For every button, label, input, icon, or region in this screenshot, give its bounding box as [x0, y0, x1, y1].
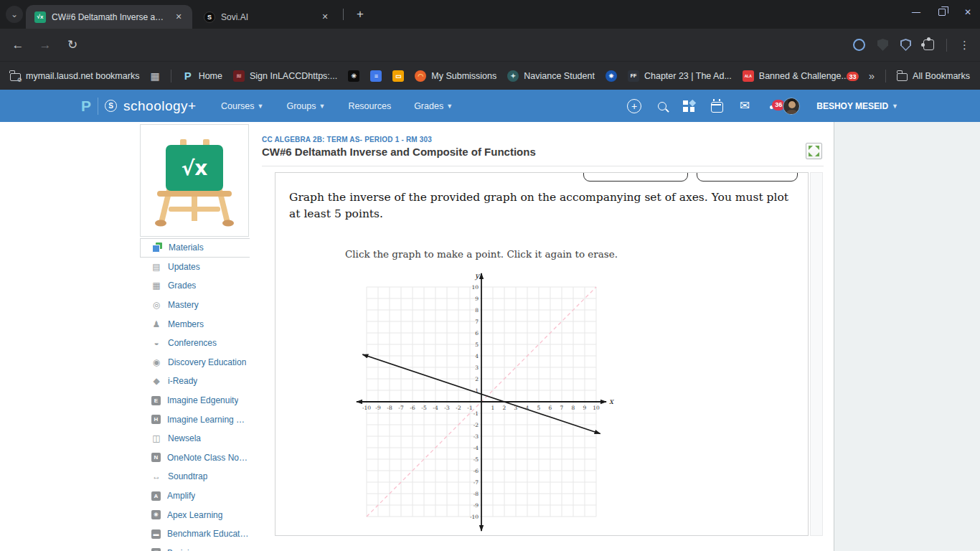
svg-text:-10: -10: [470, 514, 479, 520]
conferences-icon: ◒: [151, 338, 161, 348]
bookmark-item[interactable]: ≋Sign InLACCDhttps:...: [233, 70, 337, 82]
navbar-links: Courses▼ Groups▼ Resources Grades▼: [221, 90, 453, 122]
search-icon[interactable]: [658, 102, 666, 110]
sidebar-item-label: Amplify: [167, 491, 195, 501]
extension-circle-icon[interactable]: [853, 39, 865, 51]
bookmark-label: Banned & Challenge...: [759, 71, 849, 81]
add-icon[interactable]: +: [627, 99, 641, 113]
sidebar-item-label: Updates: [168, 262, 200, 272]
bookmark-item[interactable]: ▭: [392, 70, 404, 82]
deltamath-frame: Graph the inverse of the provided graph …: [275, 172, 809, 536]
answer-button-partial[interactable]: [583, 172, 688, 182]
sidebar-item-discovery-education[interactable]: ◉Discovery Education: [140, 353, 250, 372]
bookmark-item[interactable]: ✳: [348, 70, 359, 82]
tab-search-icon[interactable]: ⌄: [6, 6, 23, 23]
browser-toolbar: ← → ↻ lms.lausd.net/external_tool/338833…: [0, 29, 980, 61]
user-avatar[interactable]: [783, 98, 800, 115]
schoology-brand[interactable]: P S schoology+: [81, 90, 197, 122]
sidebar-item-brainingcamp[interactable]: ⊞Brainingcamp: [140, 544, 250, 551]
updates-icon: ▤: [151, 262, 161, 272]
fullscreen-button[interactable]: [806, 143, 822, 159]
sidebar-item-label: Benchmark Education C...: [167, 529, 250, 539]
bookmarks-separator: [171, 70, 171, 83]
breadcrumb[interactable]: CC ALGEBRA 2B: TERM AS- PERIOD 1 - RM 30…: [262, 136, 432, 143]
sidebar-item-mastery[interactable]: ◎Mastery: [140, 296, 250, 315]
sidebar-item-amplify[interactable]: AAmplify: [140, 486, 250, 506]
powerschool-logo-icon[interactable]: P: [81, 98, 91, 115]
bookmark-item[interactable]: ✦Naviance Student: [507, 70, 595, 82]
close-tab-icon[interactable]: ✕: [172, 11, 185, 24]
graph-canvas[interactable]: -10-10-9-9-8-8-7-7-6-6-5-5-4-4-3-3-2-2-1…: [349, 268, 619, 536]
bookmark-item[interactable]: ALABanned & Challenge...: [743, 70, 849, 82]
browser-menu-icon[interactable]: ⋮: [959, 39, 970, 52]
svg-text:8: 8: [475, 307, 479, 314]
sidebar-item-grades[interactable]: ▦Grades: [140, 276, 250, 296]
calendar-icon[interactable]: [711, 102, 723, 113]
apps-grid-icon[interactable]: [683, 100, 694, 112]
forward-button[interactable]: →: [34, 29, 56, 61]
nav-courses[interactable]: Courses▼: [221, 101, 263, 111]
user-menu[interactable]: BESHOY MESEID▼: [816, 101, 898, 111]
frame-scrollbar[interactable]: [810, 172, 823, 536]
mastery-icon: ◎: [151, 300, 161, 310]
bookmark-item[interactable]: FFChapter 23 | The Ad...: [628, 70, 732, 82]
bookmark-item[interactable]: ◠My Submissions: [415, 70, 496, 82]
tab-deltamath[interactable]: √x CW#6 Deltamath Inverse and C ✕: [26, 5, 192, 29]
svg-text:-2: -2: [473, 422, 479, 428]
sidebar-item-updates[interactable]: ▤Updates: [140, 258, 250, 277]
sidebar-item-apex-learning[interactable]: ✳Apex Learning: [140, 505, 250, 524]
svg-text:-3: -3: [473, 433, 479, 440]
svg-text:-1: -1: [473, 410, 479, 417]
bookmarks-overflow-icon[interactable]: »: [869, 70, 875, 82]
tab-sovi[interactable]: S Sovi.AI ✕: [195, 5, 339, 29]
sidebar-item-label: Imagine Learning Virtual...: [167, 415, 250, 425]
extensions-puzzle-icon[interactable]: [923, 39, 934, 50]
sidebar-item-i-ready[interactable]: ◆i-Ready: [140, 372, 250, 391]
window-controls: — ✕: [908, 4, 976, 20]
bookmark-label: My Submissions: [431, 71, 496, 81]
svg-text:4: 4: [526, 405, 529, 411]
svg-text:1: 1: [475, 387, 479, 394]
bookmark-item[interactable]: ✷: [606, 70, 617, 82]
close-window-button[interactable]: ✕: [960, 4, 976, 20]
sidebar-item-imagine-edgenuity[interactable]: EImagine Edgenuity: [140, 391, 250, 410]
sidebar-item-onenote-class-notebook[interactable]: NOneNote Class Notebook: [140, 448, 250, 468]
answer-button-partial[interactable]: [697, 172, 798, 182]
back-button[interactable]: ←: [7, 29, 29, 61]
nav-resources[interactable]: Resources: [348, 101, 391, 111]
chevron-down-icon: ▼: [446, 103, 453, 110]
svg-text:-7: -7: [398, 405, 404, 411]
course-image-card[interactable]: √x: [140, 124, 249, 237]
apps-grid-bookmark-icon[interactable]: ▦: [150, 70, 159, 82]
materials-icon: [152, 242, 162, 253]
new-tab-button[interactable]: +: [352, 6, 369, 23]
nav-grades[interactable]: Grades▼: [414, 101, 453, 111]
sidebar-item-newsela[interactable]: ◫Newsela: [140, 429, 250, 448]
sidebar-item-imagine-learning-virtual[interactable]: HImagine Learning Virtual...: [140, 410, 250, 429]
minimize-button[interactable]: —: [908, 4, 924, 20]
sidebar-item-benchmark-education-c[interactable]: ▬Benchmark Education C...: [140, 524, 250, 544]
adblock-shield-icon[interactable]: [877, 39, 888, 51]
reload-button[interactable]: ↻: [62, 29, 83, 61]
svg-text:-5: -5: [421, 405, 427, 411]
sidebar-item-soundtrap[interactable]: ↔Soundtrap: [140, 467, 250, 486]
close-tab-icon[interactable]: ✕: [319, 11, 331, 24]
discovery-education-icon: ◉: [151, 357, 161, 367]
bookmark-item[interactable]: ≡: [370, 70, 382, 82]
bookmark-item[interactable]: mymail.lausd.net bookmarks: [10, 71, 139, 81]
sidebar-item-members[interactable]: ♟Members: [140, 314, 250, 334]
messages-icon[interactable]: ✉: [740, 98, 750, 113]
page-content: √x Materials▤Updates▦Grades◎Mastery♟Memb…: [0, 122, 980, 551]
restore-icon: [938, 9, 946, 16]
bookmark-item[interactable]: PHome: [182, 70, 222, 82]
bookmark-item[interactable]: All Bookmarks: [897, 71, 970, 81]
restore-button[interactable]: [934, 4, 950, 20]
tab-title: Sovi.AI: [221, 12, 313, 22]
privacy-shield-icon[interactable]: [900, 39, 911, 51]
nav-groups[interactable]: Groups▼: [286, 101, 325, 111]
sovi-favicon-icon: S: [204, 11, 215, 23]
svg-text:7: 7: [560, 405, 564, 411]
sidebar-item-conferences[interactable]: ◒Conferences: [140, 334, 250, 353]
sidebar-item-label: Grades: [168, 281, 196, 291]
sidebar-item-materials[interactable]: Materials: [140, 238, 250, 258]
